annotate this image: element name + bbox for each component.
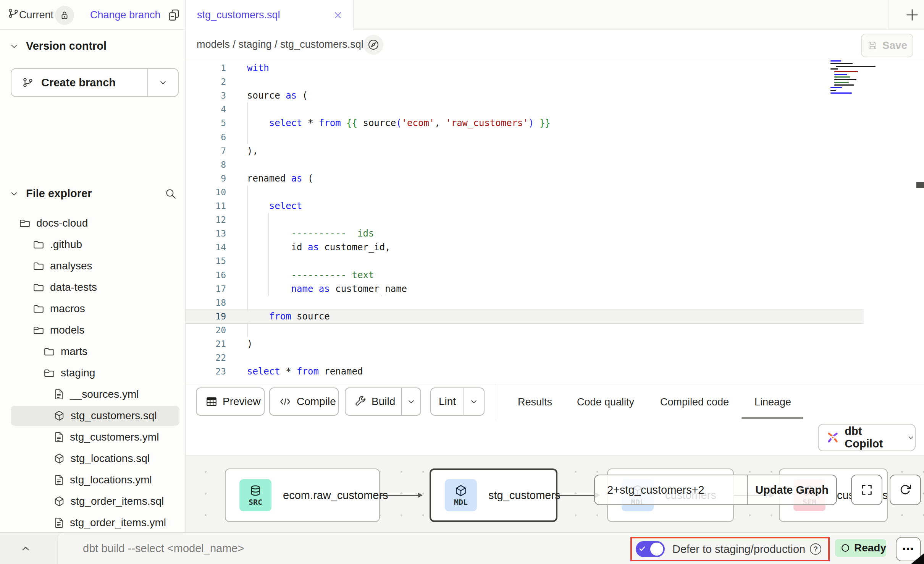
code-line-7[interactable]: 7), [186, 144, 924, 158]
code-line-10[interactable]: 10 [186, 185, 924, 199]
tree-item-stg-order-items-sql[interactable]: stg_order_items.sql [0, 491, 186, 512]
tree-item--sources-yml[interactable]: __sources.yml [0, 384, 186, 405]
status-bar: dbt build --select <model_name> Defer to… [0, 532, 924, 564]
code-line-13[interactable]: 13 ---------- ids [186, 227, 924, 241]
new-tab-button[interactable] [894, 0, 924, 30]
code-editor[interactable]: 1with23source as (45 select * from {{ so… [186, 59, 924, 384]
file-tree: docs-cloud.githubanalysesdata-testsmacro… [0, 212, 186, 533]
defer-toggle[interactable] [636, 541, 665, 557]
tree-item--github[interactable]: .github [0, 234, 186, 255]
lineage-node-stg-customers[interactable]: MDL stg_customers [430, 468, 557, 522]
lineage-node-source[interactable]: SRC ecom.raw_customers [225, 468, 380, 522]
code-line-11[interactable]: 11 select [186, 199, 924, 213]
update-graph-button[interactable]: Update Graph [748, 484, 836, 496]
preview-button[interactable]: Preview [196, 387, 265, 416]
tab-code-quality[interactable]: Code quality [577, 384, 634, 420]
code-line-18[interactable]: 18 [186, 296, 924, 310]
code-text: name as customer_name [247, 282, 407, 296]
tree-item-data-tests[interactable]: data-tests [0, 277, 186, 298]
editor-scrollbar-thumb[interactable] [916, 182, 924, 188]
save-icon [867, 40, 878, 51]
code-line-21[interactable]: 21) [186, 337, 924, 351]
file-explorer-section-header[interactable]: File explorer [9, 187, 176, 200]
code-line-3[interactable]: 3source as ( [186, 89, 924, 103]
tree-item-marts[interactable]: marts [0, 341, 186, 362]
code-line-4[interactable]: 4 [186, 102, 924, 117]
save-button[interactable]: Save [861, 34, 913, 57]
code-text: id as customer_id, [247, 240, 391, 254]
command-placeholder[interactable]: dbt build --select <model_name> [83, 533, 244, 564]
build-button[interactable]: Build [345, 387, 421, 416]
search-icon[interactable] [165, 188, 176, 199]
fullscreen-button[interactable] [851, 475, 882, 505]
code-line-1[interactable]: 1with [186, 61, 924, 75]
code-line-2[interactable]: 2 [186, 75, 924, 89]
tree-item-stg-locations-sql[interactable]: stg_locations.sql [0, 448, 186, 469]
line-number: 18 [186, 296, 226, 310]
build-dropdown[interactable] [402, 388, 420, 415]
code-line-14[interactable]: 14 id as customer_id, [186, 240, 924, 254]
code-line-6[interactable]: 6 [186, 130, 924, 144]
version-control-section-header[interactable]: Version control [9, 40, 107, 52]
tree-item-stg-customers-sql[interactable]: stg_customers.sql [0, 405, 186, 426]
editor-tab-strip: stg_customers.sql [186, 0, 924, 30]
tree-item-label: data-tests [50, 281, 97, 293]
tree-item-label: models [50, 324, 84, 336]
help-icon[interactable]: ? [810, 543, 821, 555]
dbt-copilot-label: dbt Copilot [845, 425, 897, 450]
tree-item-stg-customers-yml[interactable]: stg_customers.yml [0, 426, 186, 448]
line-number: 23 [186, 365, 226, 379]
lineage-canvas[interactable]: SRC ecom.raw_customers MDL stg_customers… [186, 455, 924, 532]
tab-lineage-label: Lineage [754, 396, 791, 408]
code-line-20[interactable]: 20 [186, 323, 924, 337]
tree-item-models[interactable]: models [0, 319, 186, 341]
tab-compiled-code[interactable]: Compiled code [660, 384, 729, 420]
line-number: 20 [186, 323, 226, 337]
git-branch-icon [8, 8, 19, 19]
code-line-12[interactable]: 12 [186, 213, 924, 227]
tab-results[interactable]: Results [518, 384, 552, 420]
code-line-15[interactable]: 15 [186, 254, 924, 268]
tree-item-staging[interactable]: staging [0, 362, 186, 384]
copy-icon[interactable] [167, 8, 180, 22]
code-line-16[interactable]: 16 ---------- text [186, 268, 924, 282]
code-line-8[interactable]: 8 [186, 158, 924, 172]
dbt-copilot-button[interactable]: dbt Copilot [818, 424, 916, 451]
lineage-compass-button[interactable] [363, 35, 383, 55]
code-line-19[interactable]: 19 from source [186, 310, 924, 324]
close-icon[interactable] [333, 10, 343, 21]
create-branch-button[interactable]: Create branch [11, 68, 179, 97]
create-branch-dropdown[interactable] [148, 78, 178, 87]
minimap[interactable] [830, 60, 876, 95]
tree-item-stg-order-items-yml[interactable]: stg_order_items.yml [0, 512, 186, 533]
code-line-17[interactable]: 17 name as customer_name [186, 282, 924, 296]
tree-item-docs-cloud[interactable]: docs-cloud [0, 212, 186, 234]
tree-item-label: macros [50, 303, 85, 315]
tab-results-label: Results [518, 396, 552, 408]
tree-item-label: stg_order_items.yml [70, 517, 166, 529]
lineage-selector-input[interactable]: 2+stg_customers+2 [595, 484, 747, 496]
lint-button[interactable]: Lint [430, 387, 485, 416]
tab-stg-customers-sql[interactable]: stg_customers.sql [186, 0, 354, 30]
tree-item-macros[interactable]: macros [0, 298, 186, 319]
tree-item-analyses[interactable]: analyses [0, 255, 186, 277]
change-branch-link[interactable]: Change branch [90, 9, 161, 21]
wrench-icon [355, 396, 366, 407]
line-number: 8 [186, 158, 226, 172]
command-bar[interactable]: dbt build --select <model_name> Defer to… [57, 533, 924, 564]
tab-lineage[interactable]: Lineage [754, 384, 791, 420]
tree-item-stg-locations-yml[interactable]: stg_locations.yml [0, 469, 186, 491]
code-line-23[interactable]: 23select * from renamed [186, 365, 924, 379]
code-line-5[interactable]: 5 select * from {{ source('ecom', 'raw_c… [186, 116, 924, 130]
code-icon [279, 396, 291, 407]
code-line-9[interactable]: 9renamed as ( [186, 172, 924, 186]
compile-button[interactable]: Compile [269, 387, 339, 416]
chevron-up-icon[interactable] [20, 543, 31, 554]
code-line-22[interactable]: 22 [186, 351, 924, 365]
sidebar: Current Change branch Version control Cr… [0, 0, 186, 532]
refresh-button[interactable] [890, 475, 921, 505]
lint-dropdown[interactable] [464, 388, 484, 415]
folder-icon [33, 303, 44, 314]
line-number: 12 [186, 213, 226, 227]
tab-compiled-code-label: Compiled code [660, 396, 729, 408]
